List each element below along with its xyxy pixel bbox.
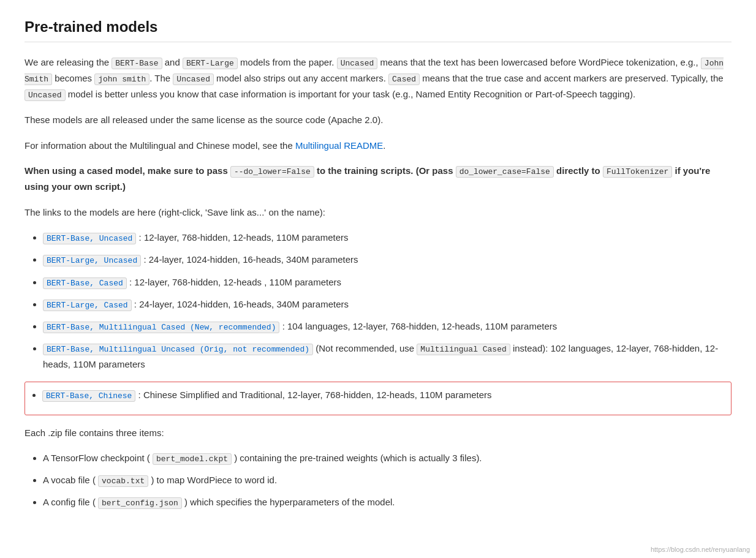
multilingual-cased-inline: Multilingual Cased — [417, 344, 510, 355]
paragraph-1: We are releasing the BERT-Base and BERT-… — [25, 55, 731, 102]
bert-model-ckpt-code: bert_model.ckpt — [153, 453, 232, 465]
bert-large-code: BERT-Large — [183, 58, 238, 69]
bert-base-uncased-link[interactable]: BERT-Base, Uncased — [43, 233, 136, 244]
do-lower-case-false-code: do_lower_case=False — [456, 166, 554, 178]
zip-item-1-post: ) containing the pre-trained weights (wh… — [232, 453, 482, 463]
list-item: BERT-Base, Multilingual Uncased (Orig, n… — [43, 341, 731, 372]
bert-large-uncased-link[interactable]: BERT-Large, Uncased — [43, 255, 141, 266]
p1-post-text: models from the paper. — [238, 57, 337, 67]
zip-item-2-post: ) to map WordPiece to word id. — [148, 475, 277, 485]
model-desc-4: : 24-layer, 1024-hidden, 16-heads, 340M … — [132, 299, 349, 309]
uncased3-code: Uncased — [25, 89, 66, 101]
bert-large-cased-link[interactable]: BERT-Large, Cased — [43, 300, 132, 311]
vocab-txt-code: vocab.txt — [98, 475, 148, 487]
p1-means-text: means that the text has been lowercased … — [377, 57, 701, 67]
bert-base-chinese-link[interactable]: BERT-Base, Chinese — [42, 390, 135, 402]
highlighted-model-box: BERT-Base, Chinese : Chinese Simplified … — [25, 382, 731, 415]
paragraph-5: The links to the models are here (right-… — [25, 205, 731, 221]
cased1-code: Cased — [388, 74, 420, 85]
list-item: BERT-Base, Chinese : Chinese Simplified … — [42, 387, 724, 403]
paragraph-3: For information about the Multilingual a… — [25, 138, 731, 154]
p1-better-text: model is better unless you know that cas… — [66, 89, 635, 99]
model-desc-6-pre: (Not recommended, use — [313, 343, 417, 353]
model-desc-3: : 12-layer, 768-hidden, 12-heads , 110M … — [127, 277, 341, 287]
bert-base-code: BERT-Base — [112, 58, 162, 69]
p3-post-text: . — [383, 140, 385, 151]
list-item: BERT-Base, Uncased : 12-layer, 768-hidde… — [43, 230, 731, 246]
p3-pre-text: For information about the Multilingual a… — [25, 140, 295, 151]
p1-also-text: model also strips out any accent markers… — [214, 73, 388, 83]
zip-item-3-post: ) which specifies the hyperparameters of… — [182, 497, 395, 507]
full-tokenizer-code: FullTokenizer — [603, 166, 672, 178]
p4-mid2-text: directly to — [554, 165, 603, 176]
list-item: BERT-Base, Cased : 12-layer, 768-hidden,… — [43, 274, 731, 290]
list-item: A config file ( bert_config.json ) which… — [43, 494, 731, 510]
p1-the-text: . The — [149, 73, 173, 83]
uncased2-code: Uncased — [173, 74, 214, 85]
p1-cased-means-text: means that the true case and accent mark… — [420, 73, 724, 83]
p1-pre-text: We are releasing the — [25, 57, 112, 67]
model-desc-1: : 12-layer, 768-hidden, 12-heads, 110M p… — [136, 232, 348, 243]
model-desc-2: : 24-layer, 1024-hidden, 16-heads, 340M … — [141, 254, 358, 265]
bert-base-cased-link[interactable]: BERT-Base, Cased — [43, 277, 127, 289]
p1-and-text: and — [162, 57, 183, 67]
bert-config-json-code: bert_config.json — [98, 497, 182, 509]
list-item: BERT-Base, Multilingual Cased (New, reco… — [43, 319, 731, 334]
highlighted-model-desc: : Chinese Simplified and Traditional, 12… — [135, 390, 491, 400]
bert-base-multilingual-cased-link[interactable]: BERT-Base, Multilingual Cased (New, reco… — [43, 322, 279, 333]
page-title: Pre-trained models — [25, 18, 731, 42]
list-item: A TensorFlow checkpoint ( bert_model.ckp… — [43, 450, 731, 466]
model-desc-5: : 104 languages, 12-layer, 768-hidden, 1… — [279, 321, 557, 331]
zip-items-list: A TensorFlow checkpoint ( bert_model.ckp… — [43, 450, 731, 510]
list-item: BERT-Large, Uncased : 24-layer, 1024-hid… — [43, 252, 731, 268]
paragraph-2: These models are all released under the … — [25, 112, 731, 128]
each-zip-text: Each .zip file contains three items: — [25, 425, 731, 441]
zip-item-2-pre: A vocab file ( — [43, 475, 98, 485]
bert-base-multilingual-uncased-link[interactable]: BERT-Base, Multilingual Uncased (Orig, n… — [43, 344, 313, 355]
p1-becomes-text: becomes — [52, 73, 94, 83]
john-smith-lower-code: john smith — [94, 74, 149, 85]
highlighted-model-list: BERT-Base, Chinese : Chinese Simplified … — [42, 387, 724, 403]
p4-mid-text: to the training scripts. (Or pass — [314, 165, 456, 176]
zip-item-3-pre: A config file ( — [43, 497, 98, 507]
list-item: BERT-Large, Cased : 24-layer, 1024-hidde… — [43, 296, 731, 312]
multilingual-readme-link[interactable]: Multilingual README — [295, 140, 383, 151]
paragraph-4: When using a cased model, make sure to p… — [25, 163, 731, 195]
do-lower-false-code: --do_lower=False — [230, 166, 314, 178]
uncased1-code: Uncased — [337, 58, 378, 69]
list-item: A vocab file ( vocab.txt ) to map WordPi… — [43, 472, 731, 488]
models-list: BERT-Base, Uncased : 12-layer, 768-hidde… — [43, 230, 731, 372]
p4-pre-text: When using a cased model, make sure to p… — [25, 165, 230, 176]
zip-item-1-pre: A TensorFlow checkpoint ( — [43, 453, 153, 463]
